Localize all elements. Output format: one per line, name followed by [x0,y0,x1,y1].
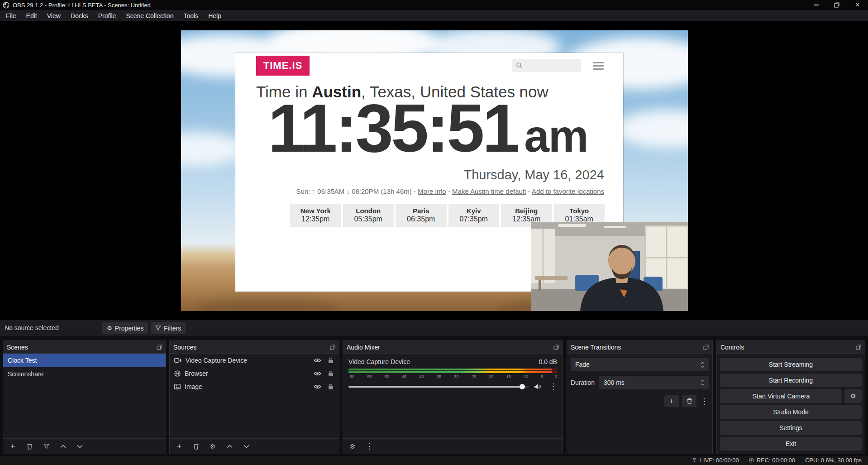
lock-toggle[interactable] [328,384,334,390]
remove-source-button[interactable] [192,442,200,451]
close-button[interactable]: × [847,0,868,10]
search-icon [516,62,523,69]
audio-mixer-dock-header[interactable]: Audio Mixer [343,341,563,354]
menu-view[interactable]: View [42,10,66,21]
studio-mode-button[interactable]: Studio Mode [720,405,862,419]
remove-transition-button[interactable] [682,395,696,407]
menu-profile[interactable]: Profile [93,10,121,21]
meter-scale-label: -50 [383,374,389,379]
source-row-video-capture[interactable]: Video Capture Device [170,354,339,367]
sources-dock-header[interactable]: Sources [170,341,339,354]
sun-info-line: Sun: ↑ 06:35AM ↓ 08:20PM (13h 46m) - Mor… [296,187,604,195]
city-cell: Paris06:35pm [396,204,447,227]
more-info-link: More info [418,187,446,195]
menubar: File Edit View Docks Profile Scene Colle… [0,10,868,21]
menu-help[interactable]: Help [203,10,226,21]
visibility-toggle[interactable] [314,358,321,363]
settings-button[interactable]: Settings [720,421,862,435]
filter-icon [43,444,49,449]
popout-icon[interactable] [330,345,335,350]
menu-docks[interactable]: Docks [66,10,93,21]
visibility-toggle[interactable] [314,371,321,376]
meter-scale-label: -45 [401,374,406,379]
audio-mixer-dock: Audio Mixer Video Capture Device 0.0 dB … [343,340,563,454]
mute-toggle[interactable] [534,384,541,390]
spinbox-arrows-icon[interactable] [701,380,705,386]
menu-file[interactable]: File [1,10,21,21]
volume-meter: -60-55-50-45-40-35-30-25-20-15-10-50 [348,369,557,379]
add-scene-button[interactable]: + [9,442,16,451]
menu-tools[interactable]: Tools [178,10,203,21]
record-icon [749,458,754,463]
scene-canvas[interactable]: TIME.IS Time in Austin, Texas, United St… [181,30,688,311]
status-bar: LIVE: 00:00:00 REC: 00:00:00 CPU: 0.6%, … [0,455,868,465]
source-row-image[interactable]: Image [170,380,339,393]
lock-toggle[interactable] [328,357,334,364]
source-row-browser[interactable]: Browser [170,367,339,380]
maximize-button[interactable] [826,0,847,10]
properties-button[interactable]: ⚙ Properties [102,322,148,334]
channel-options-button[interactable]: ⋮ [549,383,557,390]
controls-dock: Controls Start Streaming Start Recording… [716,340,865,454]
lock-toggle[interactable] [328,370,334,377]
close-icon: × [855,1,859,9]
add-source-button[interactable]: + [176,442,183,451]
menu-scene-collection[interactable]: Scene Collection [121,10,178,21]
meter-scale-label: -25 [470,374,476,379]
minimize-button[interactable] [806,0,826,10]
exit-button[interactable]: Exit [720,437,862,451]
mixer-options-button[interactable]: ⋮ [366,442,373,451]
favorite-link: Add to favorite locations [532,187,604,195]
scene-item-clock-test[interactable]: Clock Test [3,354,166,367]
volume-slider[interactable] [348,384,529,390]
transition-select[interactable]: Fade [571,358,709,371]
menu-edit[interactable]: Edit [21,10,42,21]
lock-icon [328,370,334,377]
remove-scene-button[interactable] [26,442,33,451]
start-streaming-button[interactable]: Start Streaming [720,358,862,371]
controls-dock-header[interactable]: Controls [717,341,865,354]
titlebar: OBS 29.1.2 - Profile: LLHLS BETA - Scene… [0,0,868,10]
sources-list: Video Capture Device Browser Image [170,354,339,393]
preview-area: TIME.IS Time in Austin, Texas, United St… [0,21,868,320]
popout-icon[interactable] [157,345,162,350]
move-scene-up-button[interactable] [59,442,67,451]
broadcast-icon [692,458,697,463]
meter-scale-label: -60 [348,374,354,379]
visibility-toggle[interactable] [314,384,321,389]
scene-item-screenshare[interactable]: Screenshare [3,367,166,381]
meter-bar-right [348,371,557,373]
popout-icon[interactable] [856,345,861,350]
move-scene-down-button[interactable] [76,442,83,451]
advanced-audio-button[interactable]: ⚙ [349,442,356,451]
add-transition-button[interactable]: + [664,395,679,407]
volume-slider-handle[interactable] [520,384,525,389]
popout-icon[interactable] [553,345,559,350]
lock-icon [328,384,334,390]
timeis-logo: TIME.IS [256,56,310,76]
transition-options-button[interactable]: ⋮ [700,398,709,405]
move-source-down-button[interactable] [243,442,250,451]
cloud [181,132,244,166]
trash-icon [193,443,199,450]
duration-spinbox[interactable]: 300 ms [599,376,709,389]
chevron-up-icon [60,445,66,448]
scenes-dock-header[interactable]: Scenes [3,341,166,354]
speaker-icon [534,384,541,390]
scenes-list: Clock Test Screenshare [3,354,166,381]
filters-button[interactable]: Filters [151,322,186,334]
channel-name: Video Capture Device [348,358,410,365]
transitions-dock-header[interactable]: Scene Transitions [567,341,712,354]
window-title: OBS 29.1.2 - Profile: LLHLS BETA - Scene… [13,2,151,9]
virtual-camera-config-button[interactable]: ⚙ [844,389,862,403]
start-recording-button[interactable]: Start Recording [720,374,862,387]
meter-scale-label: -30 [453,374,458,379]
minimize-icon [814,5,819,5]
meter-scale-label: -55 [366,374,372,379]
source-properties-button[interactable]: ⚙ [209,442,216,451]
start-virtual-camera-button[interactable]: Start Virtual Camera [720,389,842,403]
scene-filters-button[interactable] [43,442,50,451]
mixer-toolbar: ⚙ ⋮ [343,438,563,454]
move-source-up-button[interactable] [226,442,233,451]
popout-icon[interactable] [703,345,709,350]
